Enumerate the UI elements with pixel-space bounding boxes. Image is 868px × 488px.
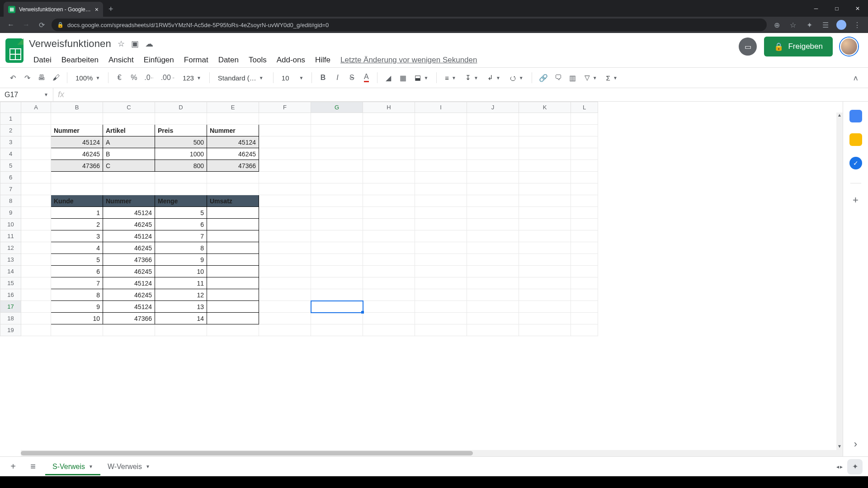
comments-button[interactable]: ▭ [739, 38, 757, 56]
cell[interactable] [415, 277, 467, 289]
paint-format-icon[interactable]: 🖌 [50, 71, 62, 84]
all-sheets-button[interactable]: ≡ [25, 459, 41, 474]
cell[interactable]: 1 [51, 207, 103, 219]
insert-comment-icon[interactable]: 🗨 [552, 71, 565, 84]
nav-forward-icon[interactable]: → [21, 19, 32, 30]
cell[interactable]: 46245 [103, 242, 155, 254]
share-button[interactable]: 🔒 Freigeben [764, 37, 833, 56]
row-header[interactable]: 8 [0, 195, 21, 207]
cell[interactable] [207, 254, 259, 266]
cell[interactable]: 47366 [103, 254, 155, 266]
cell[interactable] [519, 125, 571, 136]
cell[interactable]: 47366 [207, 160, 259, 172]
cell[interactable] [259, 242, 311, 254]
cell[interactable]: Nummer [51, 125, 103, 136]
sheet-tab-menu-icon[interactable]: ▼ [89, 464, 93, 469]
number-format-select[interactable]: 123▼ [179, 71, 205, 84]
decrease-decimal-button[interactable]: .0← [142, 71, 156, 84]
cell[interactable] [363, 289, 415, 301]
cell[interactable] [467, 125, 519, 136]
calendar-icon[interactable] [849, 110, 862, 122]
column-header[interactable]: E [207, 102, 259, 113]
cell[interactable] [363, 148, 415, 160]
omnibox[interactable]: 🔒 docs.google.com/spreadsheets/d/1RW5vYM… [52, 19, 767, 31]
account-avatar-icon[interactable] [840, 38, 858, 56]
cell[interactable] [21, 313, 51, 324]
column-header[interactable]: G [311, 102, 363, 113]
cell[interactable] [571, 324, 598, 336]
sheet-tab[interactable]: S-Verweis▼ [45, 458, 100, 475]
cell[interactable] [571, 254, 598, 266]
cell[interactable] [311, 195, 363, 207]
cell[interactable]: 45124 [103, 301, 155, 313]
window-close-icon[interactable]: ✕ [847, 2, 868, 15]
row-header[interactable]: 19 [0, 324, 21, 336]
cell[interactable] [311, 289, 363, 301]
cell[interactable]: 11 [155, 277, 207, 289]
vertical-align-select[interactable]: ↧▼ [462, 71, 482, 84]
cell[interactable] [363, 136, 415, 148]
cell[interactable]: 12 [155, 289, 207, 301]
tasks-icon[interactable]: ✓ [849, 157, 862, 169]
row-header[interactable]: 12 [0, 242, 21, 254]
cell[interactable] [571, 266, 598, 277]
cell[interactable] [259, 125, 311, 136]
cell[interactable] [519, 230, 571, 242]
cell[interactable] [363, 313, 415, 324]
row-header[interactable]: 6 [0, 172, 21, 183]
cell[interactable] [415, 136, 467, 148]
cell[interactable] [363, 242, 415, 254]
cell[interactable] [259, 136, 311, 148]
column-header[interactable]: L [571, 102, 598, 113]
cell[interactable] [467, 254, 519, 266]
redo-icon[interactable]: ↷ [21, 71, 33, 84]
cell[interactable] [467, 172, 519, 183]
cell[interactable] [311, 172, 363, 183]
column-header[interactable]: C [103, 102, 155, 113]
cell[interactable] [363, 301, 415, 313]
menu-addons[interactable]: Add-ons [272, 53, 310, 67]
cell[interactable] [207, 183, 259, 195]
star-icon[interactable]: ☆ [788, 19, 798, 30]
row-header[interactable]: 15 [0, 277, 21, 289]
cell[interactable]: 6 [51, 266, 103, 277]
cell[interactable] [103, 183, 155, 195]
cell[interactable] [207, 277, 259, 289]
cell[interactable] [363, 195, 415, 207]
borders-icon[interactable]: ▦ [396, 71, 409, 84]
cell[interactable] [311, 324, 363, 336]
cell[interactable] [415, 219, 467, 230]
cell[interactable] [519, 160, 571, 172]
filter-select[interactable]: ▽▼ [581, 71, 601, 84]
reading-list-icon[interactable]: ☰ [820, 19, 831, 30]
cell[interactable] [311, 242, 363, 254]
cell[interactable] [21, 266, 51, 277]
cell[interactable] [207, 324, 259, 336]
cell[interactable] [571, 195, 598, 207]
menu-datei[interactable]: Datei [29, 53, 56, 67]
italic-icon[interactable]: I [331, 71, 344, 84]
cell[interactable] [311, 183, 363, 195]
cell[interactable] [259, 219, 311, 230]
cell[interactable] [467, 160, 519, 172]
undo-icon[interactable]: ↶ [6, 71, 19, 84]
keep-icon[interactable] [849, 133, 862, 146]
cell[interactable] [415, 195, 467, 207]
horizontal-align-select[interactable]: ≡▼ [441, 71, 460, 84]
cell[interactable]: 46245 [103, 266, 155, 277]
cell[interactable] [259, 195, 311, 207]
cell[interactable] [311, 277, 363, 289]
functions-select[interactable]: Σ▼ [603, 71, 621, 84]
cell[interactable] [259, 289, 311, 301]
cell[interactable]: 3 [51, 230, 103, 242]
cell[interactable]: 10 [51, 313, 103, 324]
cell[interactable] [363, 277, 415, 289]
cell[interactable] [259, 183, 311, 195]
cell[interactable]: 47366 [103, 313, 155, 324]
cell[interactable] [259, 313, 311, 324]
cell[interactable] [207, 266, 259, 277]
add-addon-icon[interactable]: + [853, 194, 859, 206]
row-header[interactable]: 13 [0, 254, 21, 266]
menu-format[interactable]: Format [179, 53, 213, 67]
cell[interactable]: 7 [51, 277, 103, 289]
